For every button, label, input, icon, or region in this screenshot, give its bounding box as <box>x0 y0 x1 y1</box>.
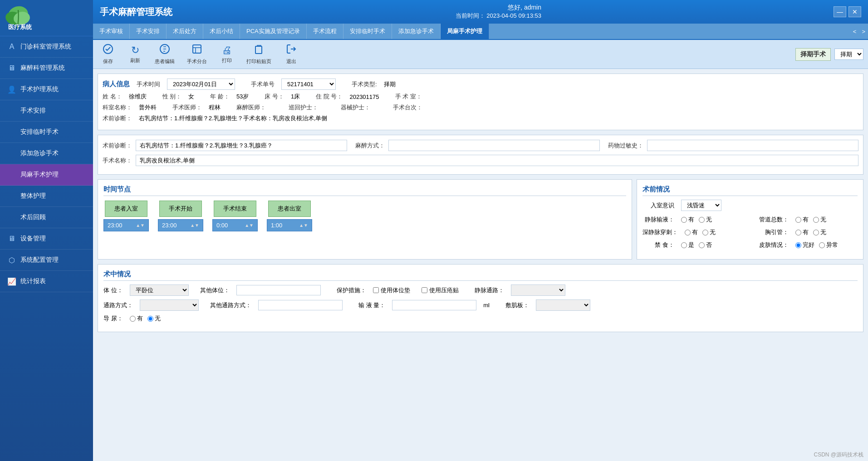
allergy-input[interactable] <box>647 140 858 151</box>
tab-temp-arrange[interactable]: 安排临时手术 <box>343 24 392 39</box>
exit-button[interactable]: 退出 <box>281 42 301 66</box>
skin-abnormal-radio[interactable]: 异常 <box>819 241 838 249</box>
anest-label: 麻醉医师： <box>236 103 266 112</box>
chest-tube-radio-group: 有 无 <box>795 228 826 236</box>
surgery-type-select[interactable]: 择期 <box>834 49 863 60</box>
urine-yes-radio[interactable]: 有 <box>130 314 143 323</box>
sidebar-item-stats-report[interactable]: 📈 统计报表 <box>0 271 93 292</box>
deep-iv-no-radio[interactable]: 无 <box>702 228 716 236</box>
tab-arrange[interactable]: 手术安排 <box>130 24 167 39</box>
name-label: 姓 名： <box>103 93 122 101</box>
surgery-no-select[interactable]: 52171401 <box>281 78 336 90</box>
deep-iv-label: 深静脉穿刺： <box>642 228 678 236</box>
sidebar-item-device-mgmt[interactable]: 🖥 设备管理 <box>0 228 93 250</box>
use-pressure-checkbox[interactable]: 使用压疮贴 <box>422 286 459 294</box>
sidebar-item-arrange-emergency[interactable]: 安排临时手术 <box>0 122 93 143</box>
prediagnosis-label: 术前诊断： <box>103 114 132 123</box>
time-end-arrow[interactable]: ▲▼ <box>245 223 254 228</box>
anesthesia-icon: 🖥 <box>7 63 17 73</box>
sidebar-item-add-emergency[interactable]: 添加急诊手术 <box>0 143 93 164</box>
skin-good-radio[interactable]: 完好 <box>795 241 814 249</box>
time-exit-arrow[interactable]: ▲▼ <box>299 223 308 228</box>
sidebar-item-surgery-nursing[interactable]: 👤 手术护理系统 <box>0 79 93 100</box>
patient-exit-button[interactable]: 患者出室 <box>268 201 311 217</box>
urine-no-radio[interactable]: 无 <box>147 314 161 323</box>
surgery-name-label: 手术名称： <box>103 157 132 165</box>
sidebar-item-local-nursing[interactable]: 局麻手术护理 <box>0 164 93 186</box>
skin-row: 皮肤情况： 完好 异常 <box>757 241 858 249</box>
time-start-arrow[interactable]: ▲▼ <box>190 223 199 228</box>
surgery-name-input[interactable] <box>136 155 858 166</box>
table-label: 手术台次： <box>393 103 422 112</box>
tab-pca[interactable]: PCA实施及管理记录 <box>240 24 307 39</box>
tab-postop-rx[interactable]: 术后处方 <box>167 24 203 39</box>
patient-edit-button[interactable]: 患者编辑 <box>152 42 177 66</box>
other-route-input[interactable] <box>258 300 343 310</box>
fasting-yes-radio[interactable]: 是 <box>681 241 694 249</box>
tab-local-nursing[interactable]: 局麻手术护理 <box>441 24 489 39</box>
iv-radio-group: 有 无 <box>681 216 712 224</box>
print-button[interactable]: 🖨 打印 <box>216 43 237 65</box>
position-select[interactable]: 平卧位 侧卧位 俯卧位 截石位 <box>130 284 189 296</box>
chest-no-radio[interactable]: 无 <box>813 228 826 236</box>
intraop-row-1: 体 位： 平卧位 侧卧位 俯卧位 截石位 其他体位： 保护措施： 使用体位垫 使… <box>103 284 858 296</box>
consciousness-row: 入室意识 浅昏迷 清醒 嗜睡 深昏迷 <box>642 200 858 211</box>
surgery-time-select[interactable]: 2023年02月01日 <box>167 78 235 90</box>
tube-yes-radio[interactable]: 有 <box>795 216 809 224</box>
tube-radio-group: 有 无 <box>795 216 826 224</box>
sidebar-item-system-config[interactable]: ⬡ 系统配置管理 <box>0 250 93 271</box>
save-button[interactable]: 保存 <box>98 42 118 66</box>
iv-access-select[interactable] <box>511 284 565 296</box>
main-area: 手术麻醉管理系统 悠好, admin 当前时间： 2023-04-05 09:1… <box>93 0 868 461</box>
circ-nurse-label: 巡回护士： <box>289 103 318 112</box>
muscle-select[interactable] <box>536 299 590 311</box>
tab-postop-summary[interactable]: 术后小结 <box>203 24 240 39</box>
sidebar-item-surgery-arrange[interactable]: 手术安排 <box>0 100 93 122</box>
patient-info-row-2: 姓 名： 徐维庆 性 别： 女 年 龄： 53岁 床 号： 1床 住 院 号： … <box>103 93 858 101</box>
patient-name: 徐维庆 <box>129 93 147 101</box>
surgery-end-button[interactable]: 手术结束 <box>214 201 256 217</box>
close-button[interactable]: ✕ <box>848 6 861 17</box>
deep-iv-row: 深静脉穿刺： 有 无 <box>642 228 743 236</box>
save-icon <box>103 44 113 57</box>
time-node-surgery-end: 手术结束 0:00 ▲▼ <box>212 201 258 231</box>
route-select[interactable] <box>140 299 199 311</box>
iv-yes-radio[interactable]: 有 <box>681 216 694 224</box>
sidebar-item-outpatient[interactable]: A 门诊科室管理系统 <box>0 36 93 58</box>
sidebar-item-postop-review[interactable]: 术后回顾 <box>0 207 93 228</box>
surgery-start-button[interactable]: 手术开始 <box>159 201 202 217</box>
tab-flow[interactable]: 手术流程 <box>307 24 343 39</box>
tab-add-emergency[interactable]: 添加急诊手术 <box>392 24 441 39</box>
surgery-time-label: 手术时间 <box>137 80 160 88</box>
anest-method-input[interactable] <box>388 140 600 151</box>
time-enter-arrow[interactable]: ▲▼ <box>136 223 145 228</box>
refresh-button[interactable]: ↻ 刷新 <box>125 43 145 65</box>
fasting-no-radio[interactable]: 否 <box>699 241 712 249</box>
iv-no-radio[interactable]: 无 <box>699 216 712 224</box>
dispatch-button[interactable]: 手术分台 <box>184 42 210 66</box>
fluid-input[interactable] <box>392 300 476 310</box>
toolbar: 保存 ↻ 刷新 患者编辑 手术分台 🖨 打印 打印粘贴页 <box>93 40 868 69</box>
consciousness-select[interactable]: 浅昏迷 清醒 嗜睡 深昏迷 <box>681 200 721 211</box>
tab-next-button[interactable]: > <box>859 25 868 39</box>
fluid-label: 输 液 量： <box>358 301 385 309</box>
other-position-input[interactable] <box>236 285 321 295</box>
tab-review[interactable]: 手术审核 <box>93 24 130 39</box>
tube-no-radio[interactable]: 无 <box>813 216 826 224</box>
print-paste-button[interactable]: 打印粘贴页 <box>244 42 274 66</box>
intraop-title: 术中情况 <box>103 270 858 281</box>
intraop-row-3: 导 尿： 有 无 <box>103 314 858 323</box>
prediag-input[interactable] <box>136 140 347 151</box>
chest-yes-radio[interactable]: 有 <box>795 228 809 236</box>
chest-tube-row: 胸引管： 有 无 <box>757 228 858 236</box>
sidebar-item-overall-nursing[interactable]: 整体护理 <box>0 186 93 207</box>
patient-enter-button[interactable]: 患者入室 <box>105 201 147 217</box>
use-pad-checkbox[interactable]: 使用体位垫 <box>373 286 410 294</box>
patient-surgeon: 程林 <box>209 103 221 112</box>
urine-label: 导 尿： <box>103 314 123 323</box>
tab-prev-button[interactable]: < <box>850 25 859 39</box>
deep-iv-yes-radio[interactable]: 有 <box>685 228 698 236</box>
sidebar-item-anesthesia[interactable]: 🖥 麻醉科管理系统 <box>0 58 93 79</box>
minimize-button[interactable]: — <box>834 6 846 17</box>
svg-rect-7 <box>255 46 262 54</box>
